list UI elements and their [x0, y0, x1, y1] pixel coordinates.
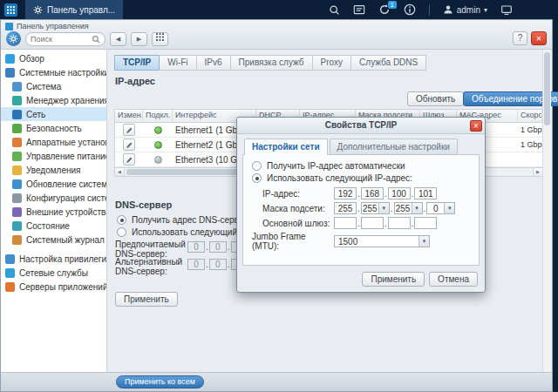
sidebar-item-label: Состояние [26, 221, 70, 231]
column-header[interactable]: Измен. [115, 110, 143, 122]
tab-tcpip[interactable]: TCP/IP [114, 55, 160, 71]
sidebar-item-system-settings[interactable]: Системные настройки [1, 65, 106, 79]
ip-octet-input[interactable] [361, 187, 384, 199]
ip-octet-input[interactable] [414, 187, 437, 199]
gateway-octet-input[interactable] [334, 217, 357, 229]
ip-octet-input[interactable] [334, 187, 357, 199]
edit-interface-button[interactable] [123, 139, 135, 151]
sidebar-item-storage-manager[interactable]: Менеджер хранения [1, 93, 106, 107]
forward-button[interactable]: ▶ [131, 32, 147, 46]
main-menu-button[interactable] [4, 3, 17, 17]
column-header[interactable]: Подкл. [143, 110, 173, 122]
edit-interface-button[interactable] [123, 153, 135, 166]
gateway-octet-input[interactable] [388, 217, 411, 229]
refresh-button[interactable]: Обновить [407, 91, 464, 106]
external-device-icon [12, 207, 22, 217]
scrollbar-thumb[interactable] [544, 52, 550, 125]
gateway-octet-input[interactable] [414, 217, 437, 229]
ip-octet-input[interactable] [388, 187, 411, 199]
mask-octet-select[interactable]: 255▾ [361, 202, 390, 214]
back-button[interactable]: ◀ [110, 32, 126, 46]
mtu-value: 1500 [335, 237, 418, 247]
sidebar-item-network[interactable]: Сеть [1, 107, 106, 121]
close-window-button[interactable]: × [531, 31, 547, 45]
tab-proxy[interactable]: Proxy [312, 55, 352, 71]
app-icon [6, 31, 21, 46]
sidebar-item-network-services[interactable]: Сетевые службы [1, 266, 106, 280]
dns-octet-input[interactable] [209, 259, 227, 270]
dns-octet-input[interactable] [209, 241, 227, 253]
speed-cell: 1 Gbps [518, 140, 542, 149]
help-button[interactable]: ? [513, 31, 527, 45]
sidebar-item-application-servers[interactable]: Серверы приложений [1, 280, 106, 294]
mtu-row: Jumbo Frame (MTU): 1500▾ [252, 232, 473, 251]
column-header[interactable]: Скорость [518, 110, 542, 122]
dashboard-icon[interactable] [500, 4, 513, 16]
hardware-icon [12, 138, 22, 147]
ip-address-row: IP-адрес: . . . [262, 187, 473, 199]
sidebar-item-label: Внешние устройства [26, 207, 106, 217]
mask-octet-input[interactable] [334, 202, 357, 214]
sidebar-item-backup-restore[interactable]: Конфигурация системы [1, 191, 106, 205]
window-controls: ? × [513, 31, 547, 45]
gateway-octet-input[interactable] [361, 217, 384, 229]
mask-octet-select[interactable]: 0▾ [426, 202, 455, 214]
sidebar-item-system[interactable]: Система [1, 79, 106, 93]
tab-wifi[interactable]: Wi-Fi [159, 55, 196, 71]
scroll-left-arrow[interactable]: ◀ [115, 168, 125, 176]
sidebar-item-overview[interactable]: Обзор [1, 51, 106, 65]
tab-advanced-settings[interactable]: Дополнительные настройки [330, 139, 458, 155]
chevron-down-icon: ▾ [412, 203, 422, 213]
radio-icon [117, 215, 126, 225]
info-icon[interactable] [404, 3, 416, 16]
dns-apply-button[interactable]: Применить [115, 292, 178, 307]
scroll-right-arrow[interactable]: ▶ [533, 168, 542, 176]
gateway-label: Основной шлюз: [262, 219, 334, 228]
chevron-down-icon: ▾ [444, 203, 454, 213]
topbar-actions: 1 admin ▾ [329, 0, 513, 19]
desktop-topbar: Панель управл... 1 admin ▾ [0, 0, 558, 19]
mtu-select[interactable]: 1500▾ [334, 235, 430, 247]
dialog-apply-button[interactable]: Применить [362, 272, 425, 287]
window-tab-control-panel[interactable]: Панель управл... [25, 0, 123, 19]
apply-all-button[interactable]: Применить ко всем [116, 375, 204, 389]
sidebar-item-notifications[interactable]: Уведомления [1, 163, 106, 177]
search-icon [92, 35, 100, 44]
sidebar-item-hardware[interactable]: Аппаратные установки [1, 135, 106, 149]
network-services-icon [5, 268, 15, 278]
privilege-settings-icon [5, 254, 15, 264]
tab-ddns[interactable]: Служба DDNS [350, 55, 426, 71]
radio-label: Получить IP-адрес автоматически [267, 161, 405, 171]
system-status-icon [12, 221, 22, 231]
sidebar-item-system-logs[interactable]: Системный журнал [1, 233, 106, 247]
dhcp-auto-radio[interactable]: Получить IP-адрес автоматически [252, 161, 405, 171]
search-input[interactable] [31, 35, 89, 44]
search-icon[interactable] [329, 4, 340, 16]
sidebar-item-security[interactable]: Безопасность [1, 121, 106, 135]
mask-octet-select[interactable]: 255▾ [394, 202, 423, 214]
tab-service-binding[interactable]: Привязка служб [230, 55, 313, 71]
sidebar-item-label: Обновление системы [26, 179, 106, 189]
sidebar-item-power[interactable]: Управление питанием [1, 149, 106, 163]
dns-octet-input[interactable] [187, 259, 205, 270]
sidebar-item-privilege-settings[interactable]: Настройка привилегий [1, 252, 106, 266]
dialog-cancel-button[interactable]: Отмена [429, 272, 478, 287]
sidebar-item-firmware-update[interactable]: Обновление системы [1, 177, 106, 191]
dns-octet-input[interactable] [187, 241, 205, 253]
tab-ipv6[interactable]: IPv6 [196, 55, 231, 71]
sidebar-item-external-device[interactable]: Внешние устройства [1, 205, 106, 219]
close-dialog-button[interactable]: × [470, 120, 482, 132]
background-tasks-icon[interactable] [353, 4, 365, 16]
primary-dns-label: Предпочитаемый DNS-сервер: [115, 240, 186, 259]
static-ip-radio[interactable]: Использовать следующий IP-адрес: [252, 173, 412, 183]
sidebar-item-label: Безопасность [26, 124, 82, 133]
sidebar-item-system-status[interactable]: Состояние [1, 219, 106, 233]
user-menu[interactable]: admin ▾ [443, 4, 487, 15]
status-connected-icon [154, 126, 162, 134]
vertical-scrollbar[interactable] [542, 50, 551, 372]
tab-network-settings[interactable]: Настройки сети [244, 139, 328, 155]
sidebar-item-label: Системный журнал [26, 235, 105, 245]
grid-view-button[interactable] [152, 32, 168, 46]
notifications-icon[interactable]: 1 [378, 3, 391, 16]
edit-interface-button[interactable] [123, 124, 135, 136]
